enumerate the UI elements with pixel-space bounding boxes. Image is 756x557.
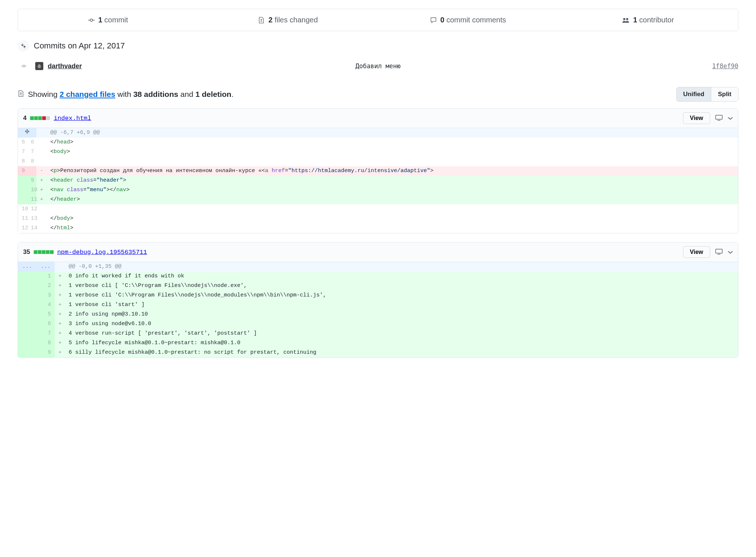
- filename[interactable]: npm-debug.log.1955635711: [57, 249, 147, 256]
- chevron-down-icon[interactable]: [728, 115, 733, 121]
- diffstat: [30, 116, 50, 120]
- line-number-new[interactable]: 8: [36, 338, 55, 348]
- line-number-old[interactable]: [18, 329, 36, 338]
- comment-icon: [430, 17, 437, 23]
- line-number-old[interactable]: [18, 291, 36, 300]
- diff-row: 9 - <p>Репозиторий создан для обучения н…: [18, 166, 738, 176]
- commit-dot-icon: [21, 63, 26, 69]
- stat-files-label: files changed: [275, 16, 318, 24]
- line-number-new[interactable]: [27, 166, 36, 176]
- expand-hunk[interactable]: ...: [18, 262, 36, 272]
- line-number-new[interactable]: 7: [36, 329, 55, 338]
- line-number-old[interactable]: [18, 185, 27, 195]
- stat-files-count: 2: [268, 16, 272, 24]
- line-number-new[interactable]: 12: [27, 204, 36, 214]
- commit-message[interactable]: Добавил меню: [356, 62, 401, 70]
- filename[interactable]: index.html: [54, 115, 91, 122]
- line-number-new[interactable]: 9: [27, 176, 36, 185]
- line-number-new[interactable]: 5: [36, 310, 55, 319]
- line-number-old[interactable]: 11: [18, 214, 27, 223]
- line-number-old[interactable]: 6: [18, 138, 27, 147]
- diff-and-label: and: [178, 90, 196, 98]
- line-number-old[interactable]: 12: [18, 223, 27, 233]
- changed-files-link[interactable]: 2 changed files: [59, 90, 115, 98]
- line-number-old[interactable]: 9: [18, 166, 27, 176]
- diff-code: 0 info it worked if it ends with ok: [65, 272, 738, 281]
- commit-sha[interactable]: 1f8ef90: [712, 62, 738, 70]
- diff-sign: +: [55, 281, 65, 291]
- chevron-down-icon[interactable]: [728, 249, 733, 255]
- line-number-old[interactable]: [18, 319, 36, 329]
- line-number-old[interactable]: 7: [18, 147, 27, 157]
- line-number-old[interactable]: [18, 348, 36, 357]
- diffstat: [34, 250, 54, 254]
- line-number-new[interactable]: 2: [36, 281, 55, 291]
- diff-with-label: with: [117, 90, 133, 98]
- line-number-old[interactable]: [18, 300, 36, 310]
- line-number-new[interactable]: 14: [27, 223, 36, 233]
- line-number-new[interactable]: 10: [27, 185, 36, 195]
- diff-code: 4 verbose run-script [ 'prestart', 'star…: [65, 329, 738, 338]
- stat-commits[interactable]: 1 commit: [18, 9, 198, 31]
- diff-code: </head>: [47, 138, 738, 147]
- unified-button[interactable]: Unified: [676, 87, 712, 102]
- diff-view-toggle: Unified Split: [676, 87, 738, 102]
- desktop-icon[interactable]: [715, 115, 723, 122]
- line-number-old[interactable]: [18, 176, 27, 185]
- diff-row: 4 + 1 verbose cli 'start' ]: [18, 300, 738, 310]
- diff-code: <body>: [47, 147, 738, 157]
- stat-contributors[interactable]: 1 contributor: [558, 9, 738, 31]
- diff-row: 9 + <header class="header">: [18, 176, 738, 185]
- line-number-new[interactable]: 9: [36, 348, 55, 357]
- expand-hunk[interactable]: ...: [36, 262, 55, 272]
- diff-code: 5 info lifecycle mishka@0.1.0~prestart: …: [65, 338, 738, 348]
- commits-date-label: Commits on Apr 12, 2017: [34, 41, 125, 51]
- line-number-new[interactable]: 7: [27, 147, 36, 157]
- stat-files[interactable]: 2 files changed: [198, 9, 378, 31]
- line-number-old[interactable]: [18, 281, 36, 291]
- line-number-new[interactable]: 6: [36, 319, 55, 329]
- view-button[interactable]: View: [683, 112, 710, 124]
- diff-code: <p>Репозиторий создан для обучения на ин…: [47, 166, 738, 176]
- file-changes-count: 35: [23, 248, 30, 256]
- line-number-old[interactable]: [18, 195, 27, 204]
- line-number-new[interactable]: 13: [27, 214, 36, 223]
- diff-showing-label: Showing: [28, 90, 58, 98]
- diff-sign: +: [55, 348, 65, 357]
- expand-hunk[interactable]: [18, 128, 36, 138]
- line-number-new[interactable]: 8: [27, 157, 36, 166]
- stat-contributors-label: contributor: [639, 16, 674, 24]
- diff-sign: [36, 214, 47, 223]
- line-number-new[interactable]: 1: [36, 272, 55, 281]
- diff-code: </body>: [47, 214, 738, 223]
- line-number-new[interactable]: 3: [36, 291, 55, 300]
- desktop-icon[interactable]: [715, 249, 723, 256]
- hunk-header: @@ -6,7 +6,9 @@: [47, 128, 738, 138]
- svg-point-0: [90, 19, 92, 21]
- line-number-old[interactable]: 10: [18, 204, 27, 214]
- line-number-old[interactable]: [18, 338, 36, 348]
- line-number-new[interactable]: 6: [27, 138, 36, 147]
- line-number-new[interactable]: 4: [36, 300, 55, 310]
- diff-sign: +: [55, 300, 65, 310]
- view-button[interactable]: View: [683, 246, 710, 258]
- diff-sign: [36, 157, 47, 166]
- svg-rect-14: [716, 115, 722, 119]
- diff-code: </html>: [47, 223, 738, 233]
- line-number-old[interactable]: 8: [18, 157, 27, 166]
- stat-contributors-count: 1: [633, 16, 637, 24]
- line-number-new[interactable]: 11: [27, 195, 36, 204]
- file-header: 35 npm-debug.log.1955635711 View: [18, 243, 738, 262]
- line-number-old[interactable]: [18, 272, 36, 281]
- commit-author[interactable]: darthvader: [48, 62, 82, 70]
- diff-sign: +: [55, 291, 65, 300]
- avatar[interactable]: [35, 62, 43, 70]
- stat-comments-count: 0: [440, 16, 444, 24]
- svg-point-7: [626, 18, 628, 20]
- diff-code: 1 verbose cli 'C:\\Program Files\\nodejs…: [65, 291, 738, 300]
- line-number-old[interactable]: [18, 310, 36, 319]
- split-button[interactable]: Split: [711, 87, 738, 102]
- diff-row: 10 12: [18, 204, 738, 214]
- diff-sign: +: [55, 338, 65, 348]
- stat-comments[interactable]: 0 commit comments: [378, 9, 558, 31]
